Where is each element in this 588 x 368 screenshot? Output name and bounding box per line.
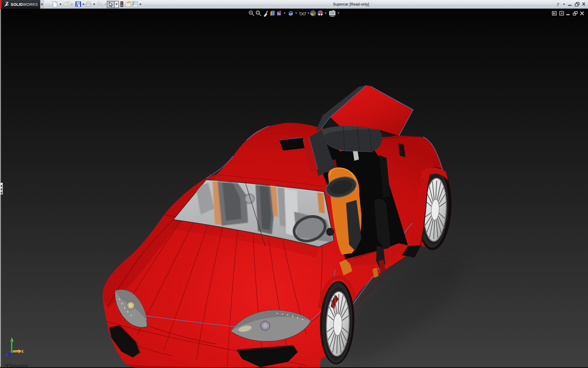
- svg-text:*Dimetric: *Dimetric: [5, 363, 29, 368]
- svg-text:?: ?: [557, 2, 559, 7]
